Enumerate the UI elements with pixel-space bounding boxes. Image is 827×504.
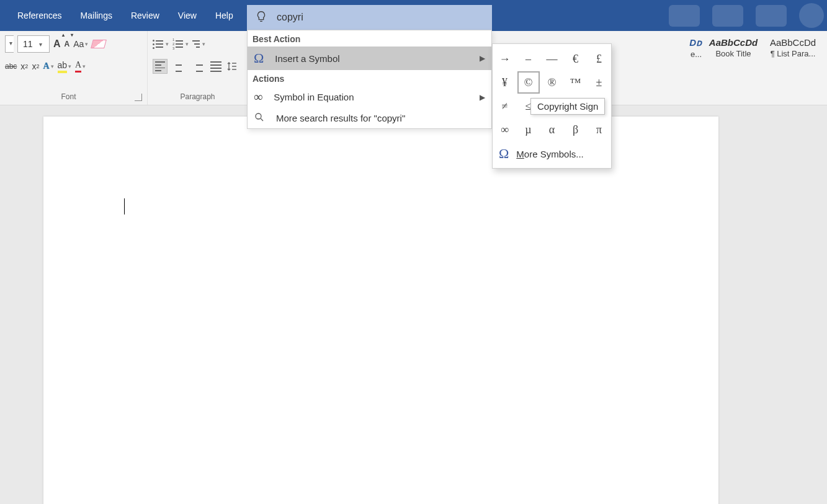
subscript-button[interactable]: x2 [20,57,28,76]
tab-references[interactable]: References [17,11,62,20]
style-item-1[interactable]: Dᴅ e... [677,35,702,59]
symbol-trademark[interactable]: ™ [565,71,587,94]
infinity-icon: ∞ [254,90,262,104]
tab-mailings[interactable]: Mailings [81,11,112,20]
tell-me-results: Best Action Ω Insert a Symbol ▶ Actions … [247,30,492,129]
omega-icon: Ω [254,50,264,66]
highlight-button[interactable]: ab▾ [58,57,72,76]
titlebar-right-icons [669,0,824,31]
paragraph-group-label: Paragraph [153,92,243,101]
text-cursor [124,198,125,214]
symbol-em-dash[interactable]: — [541,48,563,70]
decrease-font-button[interactable]: A▾ [65,35,70,53]
increase-font-button[interactable]: A▴ [53,35,61,53]
symbol-yen[interactable]: ¥ [494,71,516,94]
titlebar-shape-3 [756,5,787,27]
style-item-list-paragraph[interactable]: AaBbCcDd ¶ List Para... [765,35,821,59]
actions-header: Actions [248,70,491,86]
symbol-in-equation-action[interactable]: ∞ Symbol in Equation ▶ [248,86,491,108]
titlebar-shape-2 [712,5,743,27]
symbol-arrow-right[interactable]: → [494,48,516,70]
symbol-pi[interactable]: π [588,118,610,141]
text-effects-button[interactable]: A▾ [43,57,53,76]
insert-symbol-action[interactable]: Ω Insert a Symbol ▶ [248,46,491,70]
symbol-en-dash[interactable]: – [517,48,540,70]
clear-formatting-button[interactable] [92,35,105,53]
font-size-dropdown[interactable]: 11 ▾ [17,35,50,53]
symbol-grid: → – — € £ ¥ © ® ™ ± ≠ ≤ ≥ ÷ × ∞ µ α β π [495,48,609,141]
style-item-book-title[interactable]: AaBbCcDd Book Title [705,35,761,59]
symbol-infinity[interactable]: ∞ [494,118,516,141]
submenu-arrow-icon: ▶ [480,93,485,102]
more-symbols-label: More Symbols... [516,149,583,159]
change-case-button[interactable]: Aa▾ [73,35,88,53]
best-action-header: Best Action [248,30,491,46]
numbering-button[interactable]: 123 ▾ [172,35,189,53]
titlebar-shape-4 [799,3,824,28]
symbol-registered[interactable]: ® [541,71,563,94]
submenu-arrow-icon: ▶ [480,54,485,63]
symbol-micro[interactable]: µ [517,118,540,141]
paragraph-group: ▾ 123 ▾ ▾ Paragraph [148,31,248,105]
tab-view[interactable]: View [178,11,197,20]
more-results-action[interactable]: More search results for "copyri" [248,108,491,128]
align-justify-button[interactable] [208,59,223,74]
align-center-button[interactable] [171,59,186,74]
font-name-dropdown[interactable]: ▾ [5,35,14,53]
lightbulb-icon [254,10,268,25]
symbol-in-equation-label: Symbol in Equation [274,92,354,102]
more-results-label: More search results for "copyri" [276,113,405,123]
symbol-alpha[interactable]: α [541,118,563,141]
bullets-button[interactable]: ▾ [153,35,169,53]
font-group-label: Font [5,92,132,101]
document-page[interactable] [43,117,718,504]
symbol-beta[interactable]: β [565,118,587,141]
omega-icon: Ω [499,146,509,162]
more-symbols-button[interactable]: Ω More Symbols... [495,141,609,166]
insert-symbol-label: Insert a Symbol [275,53,339,64]
eraser-icon [91,40,107,48]
symbol-plus-minus[interactable]: ± [588,71,610,94]
symbol-copyright[interactable]: © [517,71,540,94]
tab-review[interactable]: Review [131,11,159,20]
multilevel-list-button[interactable]: ▾ [192,35,205,53]
superscript-button[interactable]: x2 [32,57,39,76]
tooltip-copyright-sign: Copyright Sign [530,98,605,115]
symbol-euro[interactable]: € [565,48,587,70]
tab-help[interactable]: Help [215,11,233,20]
strikethrough-button[interactable]: abc [5,57,17,76]
tell-me-search[interactable] [247,5,492,30]
font-color-button[interactable]: A▾ [75,57,86,76]
line-spacing-button[interactable] [227,57,237,76]
chevron-down-icon: ▾ [34,41,47,48]
font-dialog-launcher[interactable] [135,94,142,101]
svg-point-0 [256,113,261,119]
symbol-pound[interactable]: £ [588,48,610,70]
font-group: ▾ 11 ▾ A▴ A▾ Aa▾ abc x2 x2 A▾ ab▾ A▾ Fon… [0,31,148,105]
tell-me-input[interactable] [277,12,492,23]
search-icon [254,112,265,125]
titlebar-shape-1 [669,5,700,27]
align-left-button[interactable] [153,59,168,74]
symbol-not-equal[interactable]: ≠ [494,95,516,117]
title-bar: References Mailings Review View Help [0,0,827,31]
ribbon-tabs: References Mailings Review View Help [0,11,233,20]
styles-group: Dᴅ e... AaBbCcDd Book Title AaBbCcDd ¶ L… [671,31,827,63]
align-right-button[interactable] [190,59,205,74]
